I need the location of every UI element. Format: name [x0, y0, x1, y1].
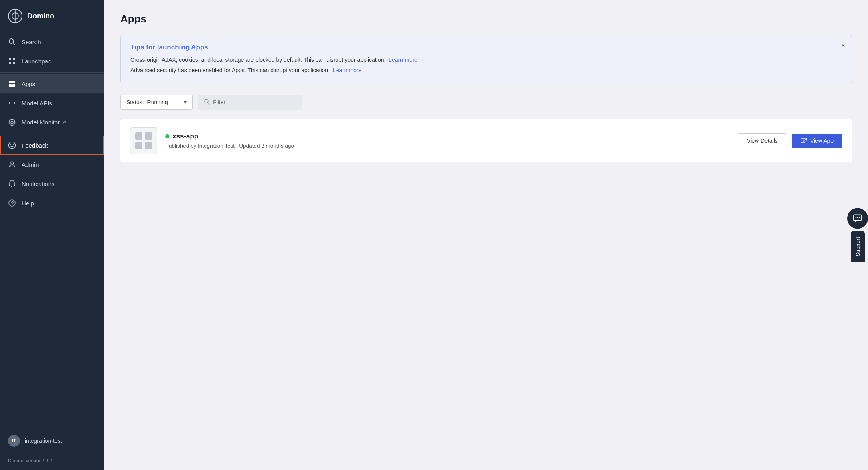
admin-icon: [8, 160, 16, 168]
sidebar-item-apps[interactable]: Apps: [0, 74, 104, 93]
sidebar-item-admin[interactable]: Admin: [0, 155, 104, 174]
svg-rect-13: [12, 84, 15, 87]
svg-point-32: [859, 217, 860, 218]
app-dot: [135, 132, 142, 140]
sidebar-item-model-monitor[interactable]: Model Monitor ↗: [0, 113, 104, 132]
sidebar-item-label: Notifications: [22, 180, 55, 187]
sidebar-item-label: Model Monitor ↗: [22, 119, 67, 126]
view-details-button[interactable]: View Details: [738, 133, 787, 148]
sidebar-divider: [0, 72, 104, 73]
status-label: Status:: [126, 99, 144, 105]
avatar: IT: [8, 435, 20, 447]
filter-input[interactable]: [213, 99, 297, 105]
domino-logo-icon: [8, 9, 22, 23]
page-title: Apps: [120, 13, 852, 25]
sidebar-item-label: Apps: [22, 81, 35, 87]
app-info: xss-app Published by Integration Test · …: [165, 132, 730, 149]
external-link-icon: [801, 138, 807, 144]
app-dot: [145, 142, 152, 149]
svg-rect-8: [9, 62, 11, 64]
chevron-down-icon: ▾: [184, 99, 187, 105]
logo[interactable]: Domino: [0, 0, 104, 32]
svg-rect-10: [9, 81, 12, 83]
learn-more-link-1[interactable]: Learn more: [389, 57, 418, 63]
model-monitor-icon: [8, 118, 16, 126]
app-name-row: xss-app: [165, 132, 730, 140]
tips-line-2: Advanced security has been enabled for A…: [130, 66, 842, 75]
sidebar: Domino Search Launchpad: [0, 0, 104, 470]
filter-search-icon: [204, 99, 210, 106]
svg-point-19: [9, 142, 16, 149]
sidebar-item-label: Model APIs: [22, 100, 52, 107]
main-content: Apps Tips for launching Apps Cross-origi…: [104, 0, 868, 470]
model-apis-icon: [8, 99, 16, 107]
app-icon: [130, 127, 157, 154]
sidebar-item-model-apis[interactable]: Model APIs: [0, 93, 104, 113]
app-dot: [145, 132, 152, 140]
help-icon: ?: [8, 199, 16, 207]
sidebar-item-feedback[interactable]: Feedback: [0, 136, 104, 155]
svg-rect-12: [9, 84, 12, 87]
chat-icon: [853, 213, 862, 223]
tips-banner: Tips for launching Apps Cross-origin AJA…: [120, 35, 852, 83]
launchpad-icon: [8, 57, 16, 65]
tips-title: Tips for launching Apps: [130, 43, 842, 51]
support-panel: Support: [847, 208, 868, 262]
logo-text: Domino: [27, 12, 54, 20]
svg-point-31: [857, 217, 858, 218]
tips-line-1: Cross-origin AJAX, cookies, and local st…: [130, 55, 842, 64]
svg-line-5: [13, 43, 15, 45]
sidebar-item-label: Feedback: [22, 142, 48, 149]
feedback-icon: [8, 141, 16, 149]
app-dots-grid: [132, 129, 155, 152]
status-value: Running: [147, 99, 168, 105]
svg-point-20: [10, 144, 11, 145]
svg-point-30: [856, 217, 856, 218]
app-name: xss-app: [172, 132, 198, 140]
sidebar-item-label: Search: [22, 38, 41, 45]
search-icon: [8, 38, 16, 46]
sidebar-item-label: Help: [22, 200, 34, 207]
version-label: Domino version 5.6.0: [0, 452, 104, 470]
sidebar-item-label: Launchpad: [22, 58, 51, 65]
sidebar-item-label: Admin: [22, 161, 39, 168]
app-dot: [135, 142, 142, 149]
support-tab[interactable]: Support: [851, 231, 865, 262]
sidebar-item-search[interactable]: Search: [0, 32, 104, 51]
sidebar-item-help[interactable]: ? Help: [0, 193, 104, 213]
sidebar-item-notifications[interactable]: Notifications: [0, 174, 104, 193]
chat-button[interactable]: [847, 208, 868, 229]
app-card: xss-app Published by Integration Test · …: [120, 119, 852, 162]
view-app-button[interactable]: View App: [792, 134, 842, 148]
app-meta: Published by Integration Test · Updated …: [165, 143, 730, 149]
app-status-dot: [165, 134, 169, 138]
user-section[interactable]: IT integration-test: [0, 430, 104, 452]
apps-icon: [8, 80, 16, 88]
svg-rect-9: [13, 62, 15, 64]
learn-more-link-2[interactable]: Learn more: [333, 67, 362, 73]
filters-row: Status: Running ▾: [120, 95, 852, 110]
svg-text:?: ?: [11, 201, 14, 206]
view-app-label: View App: [810, 138, 834, 144]
svg-rect-27: [801, 139, 805, 143]
sidebar-nav: Search Launchpad: [0, 32, 104, 430]
svg-line-26: [208, 103, 209, 104]
sidebar-divider-2: [0, 134, 104, 134]
notifications-icon: [8, 180, 16, 188]
sidebar-item-launchpad[interactable]: Launchpad: [0, 51, 104, 71]
svg-point-16: [11, 121, 13, 124]
svg-rect-7: [13, 58, 15, 60]
app-actions: View Details View App: [738, 133, 842, 148]
tips-close-button[interactable]: ×: [841, 42, 845, 49]
username: integration-test: [25, 438, 62, 444]
status-dropdown[interactable]: Status: Running ▾: [120, 95, 193, 110]
svg-rect-11: [12, 81, 15, 83]
svg-point-21: [13, 144, 14, 145]
svg-rect-6: [9, 58, 11, 60]
filter-input-wrapper: [198, 95, 302, 110]
